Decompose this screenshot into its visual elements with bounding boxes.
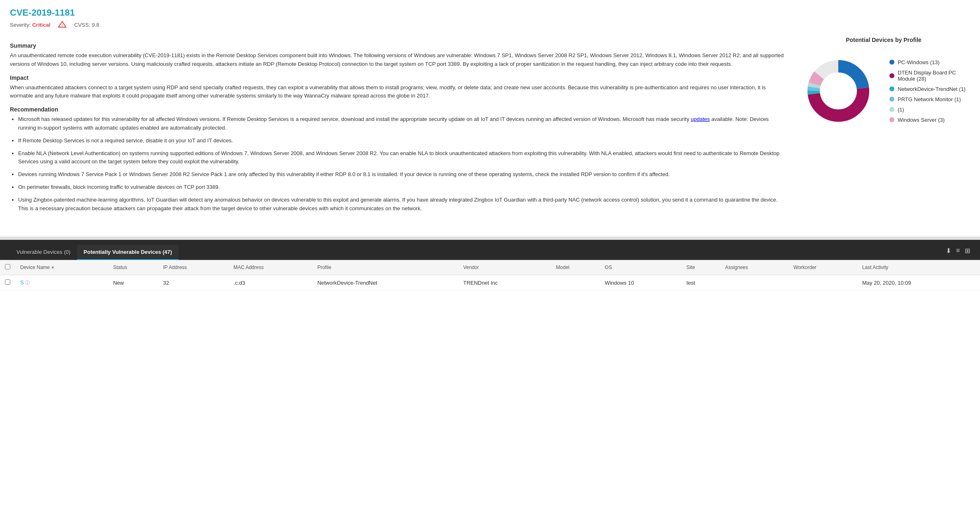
filter-icon[interactable]: ≡ xyxy=(956,247,960,254)
tab-vulnerable[interactable]: Vulnerable Devices (0) xyxy=(10,245,77,260)
bottom-section: Vulnerable Devices (0) Potentially Vulne… xyxy=(0,240,980,290)
columns-icon[interactable]: ⊞ xyxy=(965,247,970,255)
col-header-model: Model xyxy=(551,260,600,275)
legend-item-2: NetworkDevice-TrendNet (1) xyxy=(889,86,970,92)
col-header-vendor: Vendor xyxy=(458,260,551,275)
recommendation-bullet-4: On perimeter firewalls, block incoming t… xyxy=(18,183,785,192)
legend-label-3: PRTG Network Monitor (1) xyxy=(898,96,961,102)
cvss-value: 9.8 xyxy=(92,22,99,28)
left-content: Summary An unauthenticated remote code e… xyxy=(10,37,785,217)
col-header-device-name: Device Name▼ xyxy=(15,260,108,275)
legend-label-0: PC-Windows (13) xyxy=(898,59,940,65)
table-container: Device Name▼StatusIP AddressMAC AddressP… xyxy=(0,260,980,290)
legend-item-0: PC-Windows (13) xyxy=(889,59,970,65)
recommendation-bullet-0: Microsoft has released updates for this … xyxy=(18,115,785,132)
col-header-assignees: Assignees xyxy=(720,260,789,275)
table-body: S ⓘNew32.c:d3NetworkDevice-TrendNetTREND… xyxy=(0,275,980,290)
svg-point-8 xyxy=(820,73,856,109)
impact-text: When unauthenticated attackers connect t… xyxy=(10,84,785,101)
legend-label-2: NetworkDevice-TrendNet (1) xyxy=(898,86,966,92)
legend-dot-2 xyxy=(889,86,894,91)
chart-section: Potential Devices by Profile xyxy=(797,37,970,217)
recommendation-list: Microsoft has released updates for this … xyxy=(18,115,785,213)
col-header-profile: Profile xyxy=(313,260,458,275)
legend-item-1: DTEN Display Board PC Module (28) xyxy=(889,70,970,82)
cell-ip_address: 32 xyxy=(158,275,229,290)
donut-chart xyxy=(797,50,880,132)
legend-item-5: Windows Server (3) xyxy=(889,117,970,123)
col-header-mac-address: MAC Address xyxy=(229,260,313,275)
device-name-link[interactable]: S xyxy=(20,279,24,286)
legend-dot-3 xyxy=(889,97,894,102)
table-header-row: Device Name▼StatusIP AddressMAC AddressP… xyxy=(0,260,980,275)
recommendation-bullet-3: Devices running Windows 7 Service Pack 1… xyxy=(18,170,785,179)
col-header-last-activity: Last Activity xyxy=(857,260,980,275)
legend-item-3: PRTG Network Monitor (1) xyxy=(889,96,970,102)
tab-actions: ⬇ ≡ ⊞ xyxy=(946,247,970,258)
cell-mac_address: .c:d3 xyxy=(229,275,313,290)
info-icon[interactable]: ⓘ xyxy=(24,280,30,285)
section-divider xyxy=(0,237,980,240)
summary-text: An unauthenticated remote code execution… xyxy=(10,51,785,69)
legend-label-4: (1) xyxy=(898,107,904,113)
select-all-checkbox[interactable] xyxy=(5,264,10,269)
legend-dot-5 xyxy=(889,117,894,122)
table-header: Device Name▼StatusIP AddressMAC AddressP… xyxy=(0,260,980,275)
cvss-label: CVSS: 9.8 xyxy=(74,22,99,28)
col-checkbox xyxy=(0,260,15,275)
recommendation-bullet-1: If Remote Desktop Services is not a requ… xyxy=(18,137,785,145)
legend-dot-4 xyxy=(889,107,894,112)
legend-label-1: DTEN Display Board PC Module (28) xyxy=(898,70,970,82)
tab-potentially-vulnerable[interactable]: Potentially Vulnerable Devices (47) xyxy=(77,245,179,260)
cve-title: CVE-2019-1181 xyxy=(10,7,970,18)
chart-area: PC-Windows (13)DTEN Display Board PC Mod… xyxy=(797,50,970,132)
cell-assignees xyxy=(720,275,789,290)
recommendation-bullet-5: Using Zingbox-patented machine-learning … xyxy=(18,196,785,213)
cell-last_activity: May 20, 2020, 10:09 xyxy=(857,275,980,290)
col-header-os: OS xyxy=(600,260,681,275)
cell-profile: NetworkDevice-TrendNet xyxy=(313,275,458,290)
download-icon[interactable]: ⬇ xyxy=(946,247,951,255)
impact-title: Impact xyxy=(10,74,785,81)
svg-text:!: ! xyxy=(62,23,63,27)
cell-os: Windows 10 xyxy=(600,275,681,290)
col-header-workorder: Workorder xyxy=(789,260,857,275)
recommendation-title: Recommendation xyxy=(10,106,785,113)
col-header-site: Site xyxy=(681,260,720,275)
chart-title: Potential Devices by Profile xyxy=(797,37,970,43)
severity-row: Severity: Critical ! CVSS: 9.8 xyxy=(10,21,970,29)
cell-status: New xyxy=(108,275,158,290)
recommendation-bullet-2: Enable NLA (Network Level Authentication… xyxy=(18,149,785,167)
legend-label-5: Windows Server (3) xyxy=(898,117,945,123)
row-checkbox-cell xyxy=(0,275,15,290)
cell-device_name: S ⓘ xyxy=(15,275,108,290)
table-row: S ⓘNew32.c:d3NetworkDevice-TrendNetTREND… xyxy=(0,275,980,290)
severity-value: Critical xyxy=(32,22,50,28)
severity-label: Severity: Critical xyxy=(10,22,50,28)
devices-table: Device Name▼StatusIP AddressMAC AddressP… xyxy=(0,260,980,290)
cell-workorder xyxy=(789,275,857,290)
legend-dot-1 xyxy=(889,73,894,78)
sort-icon[interactable]: ▼ xyxy=(51,265,55,270)
cell-site: test xyxy=(681,275,720,290)
cell-model xyxy=(551,275,600,290)
chart-legend: PC-Windows (13)DTEN Display Board PC Mod… xyxy=(889,59,970,123)
legend-item-4: (1) xyxy=(889,107,970,113)
col-header-status: Status xyxy=(108,260,158,275)
summary-title: Summary xyxy=(10,42,785,49)
legend-dot-0 xyxy=(889,60,894,65)
col-header-ip-address: IP Address xyxy=(158,260,229,275)
tabs-row: Vulnerable Devices (0) Potentially Vulne… xyxy=(0,240,980,260)
cell-vendor: TRENDnet Inc xyxy=(458,275,551,290)
row-checkbox[interactable] xyxy=(5,279,10,285)
updates-link[interactable]: updates xyxy=(691,116,710,122)
severity-icon: ! xyxy=(58,21,67,29)
